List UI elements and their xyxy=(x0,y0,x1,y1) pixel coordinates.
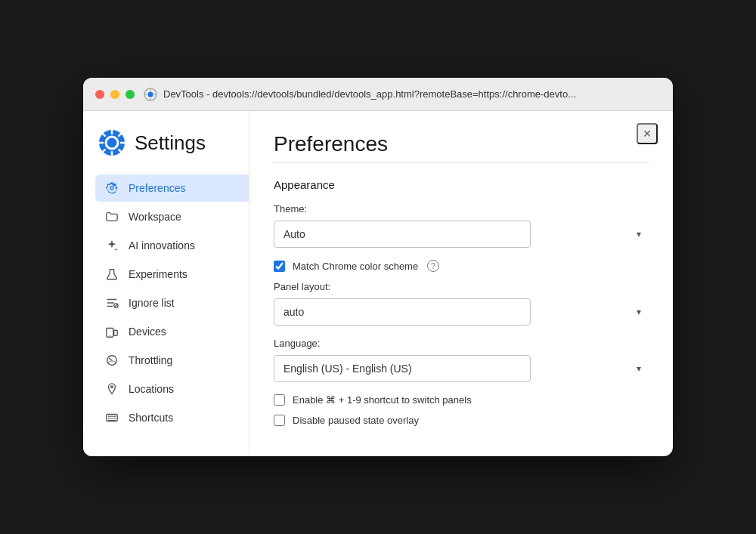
shortcut-panels-checkbox[interactable] xyxy=(274,394,285,406)
match-chrome-help-icon[interactable]: ? xyxy=(427,260,439,272)
sidebar-item-experiments-label: Experiments xyxy=(129,268,187,280)
panel-layout-select[interactable]: auto horizontal vertical xyxy=(274,298,531,326)
titlebar: DevTools - devtools://devtools/bundled/d… xyxy=(83,78,673,111)
language-select[interactable]: English (US) - English (US) System prefe… xyxy=(274,355,531,382)
match-chrome-checkbox[interactable] xyxy=(274,261,285,272)
settings-header: Settings xyxy=(95,129,249,156)
sidebar-item-shortcuts[interactable]: Shortcuts xyxy=(95,404,249,431)
section-divider xyxy=(274,162,649,163)
match-chrome-label: Match Chrome color scheme xyxy=(293,261,418,272)
panel-layout-arrow-icon: ▾ xyxy=(637,307,641,317)
sidebar-item-devices[interactable]: Devices xyxy=(95,318,249,345)
ignore-icon xyxy=(104,295,119,310)
sidebar-item-ignore-list[interactable]: Ignore list xyxy=(95,289,249,316)
close-button[interactable]: × xyxy=(637,123,658,144)
language-label: Language: xyxy=(274,338,649,349)
titlebar-title: DevTools - devtools://devtools/bundled/d… xyxy=(163,88,576,100)
panel-layout-label: Panel layout: xyxy=(274,281,649,292)
shortcut-panels-label: Enable ⌘ + 1-9 shortcut to switch panels xyxy=(293,394,472,406)
content-area: × Preferences Appearance Theme: Auto Lig… xyxy=(249,111,673,456)
sidebar-item-locations[interactable]: Locations xyxy=(95,375,249,403)
sidebar-item-ignore-label: Ignore list xyxy=(129,297,175,309)
sidebar-item-throttling[interactable]: Throttling xyxy=(95,347,249,374)
main-content: Settings Preferences Workspa xyxy=(83,111,673,456)
sidebar-item-preferences[interactable]: Preferences xyxy=(95,174,249,202)
gear-icon xyxy=(104,181,119,196)
appearance-heading: Appearance xyxy=(274,178,649,191)
flask-icon xyxy=(104,267,119,282)
theme-select[interactable]: Auto Light Dark System preference xyxy=(274,221,531,248)
sidebar: Settings Preferences Workspa xyxy=(83,111,249,456)
sidebar-item-preferences-label: Preferences xyxy=(129,182,185,194)
keyboard-icon xyxy=(104,410,119,425)
disable-paused-overlay-row: Disable paused state overlay xyxy=(274,415,649,426)
devtools-icon xyxy=(144,88,157,101)
settings-title: Settings xyxy=(135,131,206,155)
sidebar-item-ai-innovations[interactable]: AI innovations xyxy=(95,232,249,259)
minimize-traffic-light[interactable] xyxy=(110,90,119,99)
traffic-lights xyxy=(95,90,135,99)
sidebar-item-experiments[interactable]: Experiments xyxy=(95,261,249,288)
shortcut-panels-row: Enable ⌘ + 1-9 shortcut to switch panels xyxy=(274,394,649,406)
sidebar-item-workspace-label: Workspace xyxy=(129,211,181,223)
close-traffic-light[interactable] xyxy=(95,90,104,99)
devices-icon xyxy=(104,324,119,339)
disable-paused-label: Disable paused state overlay xyxy=(293,415,419,426)
disable-paused-checkbox[interactable] xyxy=(274,415,285,426)
location-icon xyxy=(104,381,119,397)
folder-icon xyxy=(104,209,119,224)
devtools-window: DevTools - devtools://devtools/bundled/d… xyxy=(83,78,673,456)
theme-select-wrapper: Auto Light Dark System preference ▾ xyxy=(274,221,649,248)
theme-label: Theme: xyxy=(274,203,649,215)
sidebar-item-shortcuts-label: Shortcuts xyxy=(129,412,173,424)
svg-point-8 xyxy=(111,386,113,388)
content-title: Preferences xyxy=(274,132,649,156)
appearance-section: Appearance Theme: Auto Light Dark System… xyxy=(274,178,649,426)
language-select-arrow-icon: ▾ xyxy=(637,363,641,374)
maximize-traffic-light[interactable] xyxy=(125,90,135,99)
sidebar-item-locations-label: Locations xyxy=(129,383,174,395)
settings-logo-icon xyxy=(98,129,125,156)
sidebar-item-throttling-label: Throttling xyxy=(129,354,172,366)
sidebar-item-workspace[interactable]: Workspace xyxy=(95,203,249,230)
sidebar-item-devices-label: Devices xyxy=(129,326,166,338)
ai-icon xyxy=(104,238,119,253)
svg-point-1 xyxy=(148,91,153,97)
theme-select-arrow-icon: ▾ xyxy=(637,229,641,239)
sidebar-item-ai-label: AI innovations xyxy=(129,239,195,252)
svg-rect-6 xyxy=(114,330,118,335)
language-select-wrapper: English (US) - English (US) System prefe… xyxy=(274,355,649,382)
throttling-icon xyxy=(104,353,119,368)
panel-layout-select-wrapper: auto horizontal vertical ▾ xyxy=(274,298,649,326)
match-chrome-color-row: Match Chrome color scheme ? xyxy=(274,260,649,272)
